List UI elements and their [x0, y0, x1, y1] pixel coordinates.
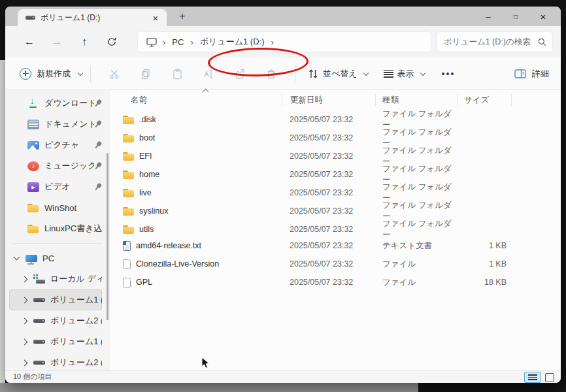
address-bar[interactable]: › PC › ボリューム1 (D:) › [137, 31, 431, 52]
sidebar-scrollbar[interactable] [107, 153, 108, 320]
file-icon [123, 259, 131, 269]
sidebar-divider [13, 243, 102, 244]
sidebar-quick-item[interactable]: LinuxPC書き込み [9, 218, 102, 239]
sidebar-quick-item[interactable]: WinShot [9, 197, 102, 218]
file-row[interactable]: syslinux 2025/05/07 23:32 ファイル フォルダー [110, 200, 561, 218]
local-disk-icon [33, 274, 45, 284]
details-pane-toggle[interactable]: 詳細 [514, 68, 549, 80]
back-button[interactable]: ← [22, 35, 37, 48]
folder-icon [123, 207, 134, 216]
sidebar-tree-item[interactable]: ボリューム2 (E:) [9, 352, 102, 370]
copy-button[interactable] [137, 64, 155, 84]
sidebar-quick-item[interactable]: ビデオ [9, 176, 102, 197]
drive-icon [25, 16, 35, 20]
trash-icon [265, 67, 278, 80]
forward-button[interactable]: → [50, 35, 64, 48]
expand-chevron-icon[interactable] [22, 359, 28, 366]
sort-button[interactable]: 並べ替え [307, 68, 368, 80]
sort-arrows-icon [307, 69, 319, 79]
column-header-date[interactable]: 更新日時 [282, 94, 376, 106]
document-icon [27, 120, 39, 129]
file-row[interactable]: amd64-release.txt 2025/05/07 23:32 テキスト文… [110, 237, 561, 255]
sidebar-quick-item[interactable]: ピクチャ [9, 135, 102, 155]
sidebar-quick-item[interactable]: ダウンロード [9, 93, 102, 114]
share-button[interactable] [231, 64, 249, 84]
search-box[interactable]: ボリューム1 (D:)の検索 [437, 31, 553, 52]
download-icon [27, 98, 39, 108]
folder-icon [123, 134, 134, 142]
expand-chevron-icon[interactable] [22, 276, 28, 282]
drive-icon [33, 340, 45, 344]
file-row[interactable]: home 2025/05/07 23:32 ファイル フォルダー [110, 163, 561, 182]
file-rows: .disk 2025/05/07 23:32 ファイル フォルダー boot 2… [110, 108, 561, 291]
breadcrumb-pc[interactable]: PC [171, 37, 185, 47]
breadcrumb-volume1[interactable]: ボリューム1 (D:) [199, 36, 266, 48]
share-icon [233, 67, 246, 80]
pin-icon [93, 182, 104, 193]
close-button[interactable]: × [529, 7, 557, 26]
new-item-button[interactable]: 新規作成 [20, 68, 82, 80]
expand-chevron-icon[interactable] [14, 254, 20, 261]
column-header-size[interactable]: サイズ [458, 94, 512, 106]
video-icon [27, 182, 39, 192]
status-bar: 10 個の項目 [5, 370, 561, 383]
large-icons-view-button[interactable] [545, 373, 554, 382]
delete-button[interactable] [262, 64, 280, 84]
minimize-button[interactable]: – [474, 7, 502, 26]
navigation-bar: ← → ↑ › PC › ボリューム1 (D:) › [5, 26, 561, 57]
column-header-type[interactable]: 種類 [376, 94, 458, 106]
file-row[interactable]: Clonezilla-Live-Version 2025/05/07 23:32… [110, 255, 561, 273]
sidebar-quick-item[interactable]: ミュージック [9, 155, 102, 176]
this-pc-icon[interactable] [146, 37, 158, 48]
view-button[interactable]: 表示 [384, 68, 425, 80]
file-row[interactable]: live 2025/05/07 23:32 ファイル フォルダー [110, 182, 561, 200]
pin-icon [93, 98, 104, 109]
music-icon [27, 161, 39, 171]
expand-chevron-icon[interactable] [22, 318, 28, 324]
search-icon [537, 37, 547, 47]
new-item-label: 新規作成 [37, 68, 71, 80]
folder-icon [123, 152, 134, 161]
pin-icon [93, 140, 104, 151]
pictures-icon [27, 141, 39, 150]
maximize-button[interactable]: □ [502, 7, 529, 26]
file-row[interactable]: GPL 2025/05/07 23:32 ファイル 18 KB [110, 273, 561, 291]
quick-access-list: ダウンロード ドキュメント ピクチャ ミュージック ビデオ WinShot Li… [5, 93, 110, 239]
file-row[interactable]: utils 2025/05/07 23:32 ファイル フォルダー [110, 218, 561, 237]
new-tab-button[interactable]: + [176, 10, 188, 22]
sidebar-tree-item[interactable]: ボリューム2 (E:) [9, 310, 102, 331]
refresh-button[interactable] [105, 35, 119, 48]
more-options-button[interactable]: ••• [442, 69, 456, 79]
sidebar-tree-item[interactable]: ローカル ディスク [9, 269, 102, 289]
paste-button[interactable] [168, 64, 186, 84]
expand-chevron-icon[interactable] [22, 297, 28, 303]
command-toolbar: 新規作成 [5, 57, 561, 90]
sidebar-tree-item[interactable]: ボリューム1 (D:) [9, 289, 102, 310]
explorer-tab[interactable]: ボリューム1 (D:) × [18, 9, 167, 26]
folder-icon [123, 189, 134, 197]
file-row[interactable]: EFI 2025/05/07 23:32 ファイル フォルダー [110, 145, 561, 163]
sidebar-tree-item[interactable]: ボリューム1 (D:) [9, 331, 102, 352]
navigation-pane: ダウンロード ドキュメント ピクチャ ミュージック ビデオ WinShot Li… [5, 90, 110, 370]
copy-icon [139, 67, 152, 80]
column-header-name[interactable]: 名前 [123, 94, 282, 106]
file-row[interactable]: .disk 2025/05/07 23:32 ファイル フォルダー [110, 108, 561, 127]
toolbar-divider [90, 65, 91, 82]
cut-button[interactable] [105, 64, 124, 84]
details-view-button[interactable] [524, 372, 541, 383]
pin-icon [93, 119, 104, 130]
up-button[interactable]: ↑ [77, 35, 92, 48]
tab-bar: ボリューム1 (D:) × + – □ × [5, 7, 561, 26]
pc-icon [25, 255, 37, 262]
file-list-pane: 名前 更新日時 種類 サイズ .disk 2025/05/07 23:32 ファ… [110, 90, 561, 370]
file-row[interactable]: boot 2025/05/07 23:32 ファイル フォルダー [110, 127, 561, 145]
expand-chevron-icon[interactable] [22, 338, 28, 345]
textdoc-icon [123, 241, 131, 251]
sidebar-quick-item[interactable]: ドキュメント [9, 114, 102, 135]
breadcrumb-separator: › [265, 37, 278, 47]
rename-button[interactable] [199, 64, 218, 84]
sidebar-tree-item[interactable]: PC [9, 248, 102, 269]
window-controls: – □ × [474, 7, 557, 26]
item-count: 10 個の項目 [5, 371, 561, 382]
tab-close-icon[interactable]: × [150, 12, 161, 24]
